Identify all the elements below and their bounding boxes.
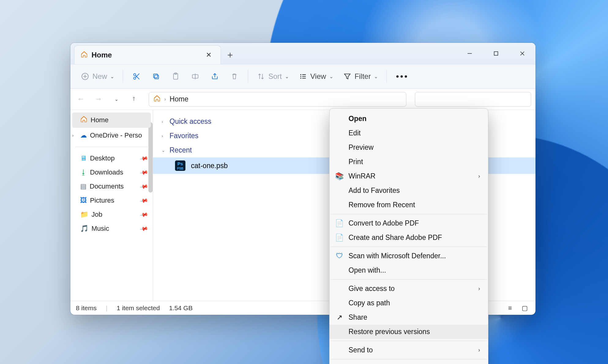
sidebar-item-onedrive[interactable]: › ☁ OneDrive - Perso	[70, 128, 153, 142]
chevron-right-icon: ›	[164, 97, 166, 102]
home-icon	[153, 95, 161, 104]
address-bar[interactable]: › Home	[149, 92, 406, 107]
pin-icon: 📌	[139, 154, 149, 163]
separator	[331, 341, 487, 341]
scissors-icon	[132, 72, 141, 81]
details-view-button[interactable]: ≡	[505, 304, 515, 312]
tiles-view-button[interactable]: ▢	[520, 304, 530, 312]
pdf-icon: 📄	[335, 219, 344, 227]
share-button[interactable]	[206, 70, 224, 83]
svg-point-17	[300, 74, 301, 75]
ctx-add-favorites[interactable]: Add to Favorites	[330, 183, 488, 198]
ctx-send-to[interactable]: Send to ›	[330, 343, 488, 357]
sort-button[interactable]: Sort ⌄	[252, 70, 293, 83]
ctx-convert-pdf[interactable]: 📄 Convert to Adobe PDF	[330, 216, 488, 230]
ctx-print[interactable]: Print	[330, 155, 488, 169]
view-icon	[299, 72, 307, 81]
document-icon: ▤	[80, 182, 87, 190]
back-button[interactable]: 🡐	[75, 93, 87, 105]
ctx-open[interactable]: Open	[330, 112, 488, 126]
sidebar-item-desktop[interactable]: 🖥 Desktop 📌	[70, 151, 153, 165]
recent-locations-button[interactable]: ⌄	[110, 93, 122, 105]
status-item-count: 8 items	[76, 304, 97, 312]
rename-button[interactable]	[186, 70, 204, 83]
filter-icon	[343, 72, 352, 81]
section-label: Quick access	[170, 117, 211, 126]
copy-button[interactable]	[147, 70, 165, 83]
window-controls	[457, 43, 535, 64]
sidebar-item-home[interactable]: Home	[72, 112, 151, 128]
ctx-share[interactable]: ↗ Share	[330, 310, 488, 325]
ctx-create-share-pdf[interactable]: 📄 Create and Share Adobe PDF	[330, 230, 488, 245]
ctx-copy[interactable]: Copy	[330, 361, 488, 364]
ctx-scan-defender[interactable]: 🛡 Scan with Microsoft Defender...	[330, 249, 488, 263]
svg-line-10	[136, 74, 140, 78]
separator	[386, 70, 387, 83]
ctx-winrar[interactable]: 📚 WinRAR ›	[330, 169, 488, 183]
separator	[331, 279, 487, 280]
chevron-down-icon: ⌄	[110, 74, 114, 79]
maximize-button[interactable]	[483, 43, 509, 64]
sidebar-item-pictures[interactable]: 🖼 Pictures 📌	[70, 193, 153, 208]
search-input[interactable]	[415, 92, 531, 107]
pin-icon: 📌	[139, 196, 149, 205]
sidebar-item-label: OneDrive - Perso	[90, 131, 142, 139]
view-button[interactable]: View ⌄	[294, 70, 338, 83]
forward-button[interactable]: 🡒	[92, 93, 105, 105]
new-button[interactable]: New ⌄	[76, 70, 118, 83]
pin-icon: 📌	[139, 168, 149, 177]
status-selected: 1 item selected	[117, 304, 160, 312]
cut-button[interactable]	[127, 70, 146, 83]
view-label: View	[310, 72, 326, 81]
ctx-restore-versions[interactable]: Restore previous versions	[330, 325, 488, 339]
new-tab-button[interactable]: ＋	[221, 45, 239, 64]
svg-rect-11	[155, 75, 159, 79]
home-icon	[80, 51, 88, 59]
ctx-edit[interactable]: Edit	[330, 126, 488, 140]
svg-line-9	[136, 75, 140, 79]
sidebar-item-documents[interactable]: ▤ Documents 📌	[70, 179, 153, 193]
tab-home[interactable]: Home ✕	[74, 45, 221, 64]
sidebar-item-job[interactable]: 📁 Job 📌	[70, 208, 153, 222]
minimize-button[interactable]	[457, 43, 483, 64]
home-icon	[80, 116, 88, 125]
trash-icon	[230, 72, 239, 81]
desktop-icon: 🖥	[80, 154, 87, 162]
svg-rect-12	[154, 74, 158, 78]
svg-point-18	[300, 76, 301, 77]
sidebar-item-music[interactable]: 🎵 Music 📌	[70, 222, 153, 236]
sidebar-item-label: Desktop	[90, 154, 115, 162]
ctx-preview[interactable]: Preview	[330, 140, 488, 155]
more-button[interactable]: •••	[391, 69, 413, 84]
sidebar-item-label: Home	[91, 116, 109, 124]
music-icon: 🎵	[80, 225, 88, 233]
filter-button[interactable]: Filter ⌄	[339, 70, 382, 83]
separator	[331, 359, 487, 359]
ctx-remove-recent[interactable]: Remove from Recent	[330, 198, 488, 212]
chevron-right-icon: ›	[162, 134, 166, 138]
chevron-right-icon: ›	[162, 119, 166, 124]
close-window-button[interactable]	[509, 43, 535, 64]
chevron-right-icon[interactable]: ›	[72, 133, 74, 138]
file-name: cat-one.psb	[191, 162, 228, 170]
chevron-right-icon: ›	[478, 347, 480, 353]
clipboard-icon	[171, 72, 180, 81]
breadcrumb-location: Home	[170, 95, 188, 103]
new-label: New	[92, 72, 107, 81]
ctx-give-access[interactable]: Give access to ›	[330, 281, 488, 296]
chevron-down-icon: ⌄	[162, 148, 166, 153]
delete-button[interactable]	[225, 70, 244, 83]
separator	[331, 214, 487, 214]
sidebar-item-downloads[interactable]: ⭳ Downloads 📌	[70, 165, 153, 179]
tab-title: Home	[91, 51, 112, 59]
ctx-copy-path[interactable]: Copy as path	[330, 296, 488, 310]
paste-button[interactable]	[166, 70, 185, 83]
up-button[interactable]: 🡑	[128, 93, 140, 105]
tab-close-button[interactable]: ✕	[203, 49, 214, 61]
ctx-open-with[interactable]: Open with...	[330, 263, 488, 278]
pdf-share-icon: 📄	[335, 233, 344, 242]
status-size: 1.54 GB	[169, 304, 192, 312]
sort-label: Sort	[268, 72, 282, 81]
chevron-down-icon: ⌄	[329, 74, 333, 79]
context-menu: Open Edit Preview Print 📚 WinRAR › Add t…	[329, 108, 488, 364]
